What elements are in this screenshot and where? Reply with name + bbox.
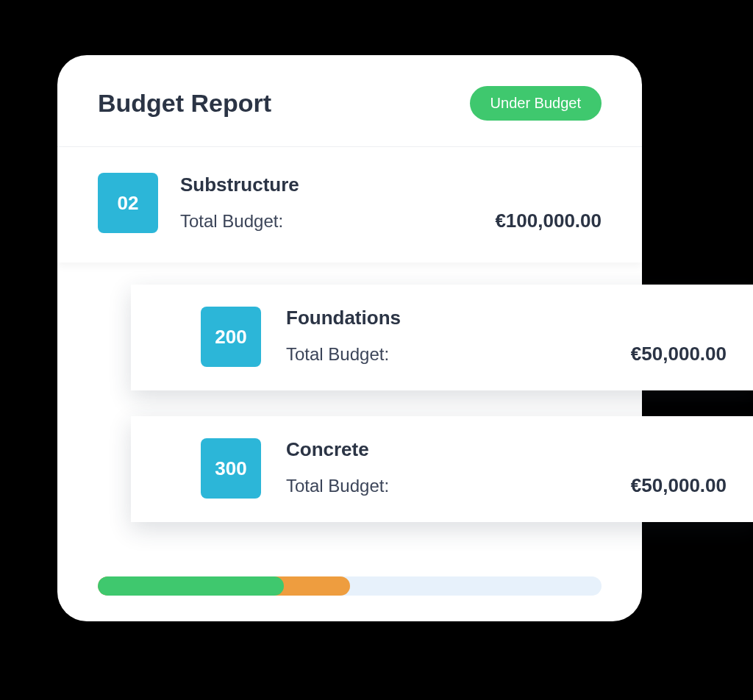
progress-bar bbox=[98, 576, 602, 596]
sub-item-budget-line: Total Budget: €50,000.00 bbox=[286, 343, 727, 365]
sub-item-budget-amount: €50,000.00 bbox=[631, 474, 727, 497]
sub-item-body: Foundations Total Budget: €50,000.00 bbox=[286, 307, 727, 365]
budget-report-card: Budget Report Under Budget 02 Substructu… bbox=[57, 55, 642, 621]
category-budget-amount: €100,000.00 bbox=[495, 210, 602, 232]
category-title: Substructure bbox=[180, 174, 602, 196]
sub-items-container: 200 Foundations Total Budget: €50,000.00… bbox=[57, 262, 642, 555]
category-row-substructure[interactable]: 02 Substructure Total Budget: €100,000.0… bbox=[57, 147, 642, 262]
sub-item-concrete[interactable]: 300 Concrete Total Budget: €50,000.00 bbox=[131, 416, 753, 522]
sub-item-code-badge: 300 bbox=[201, 438, 261, 499]
page-title: Budget Report bbox=[98, 89, 271, 118]
sub-item-budget-label: Total Budget: bbox=[286, 476, 389, 496]
category-budget-label: Total Budget: bbox=[180, 211, 283, 232]
sub-item-foundations[interactable]: 200 Foundations Total Budget: €50,000.00 bbox=[131, 285, 753, 390]
category-code-badge: 02 bbox=[98, 173, 158, 233]
sub-item-budget-amount: €50,000.00 bbox=[631, 343, 727, 365]
sub-item-title: Foundations bbox=[286, 307, 727, 329]
category-budget-line: Total Budget: €100,000.00 bbox=[180, 210, 602, 232]
progress-segment-green bbox=[98, 576, 284, 596]
category-body: Substructure Total Budget: €100,000.00 bbox=[180, 174, 602, 232]
sub-item-body: Concrete Total Budget: €50,000.00 bbox=[286, 438, 727, 497]
sub-item-code-badge: 200 bbox=[201, 307, 261, 367]
sub-item-budget-label: Total Budget: bbox=[286, 344, 389, 365]
card-header: Budget Report Under Budget bbox=[57, 55, 642, 147]
progress-track bbox=[98, 576, 602, 596]
status-badge: Under Budget bbox=[470, 86, 602, 121]
sub-item-budget-line: Total Budget: €50,000.00 bbox=[286, 474, 727, 497]
sub-item-title: Concrete bbox=[286, 438, 727, 461]
